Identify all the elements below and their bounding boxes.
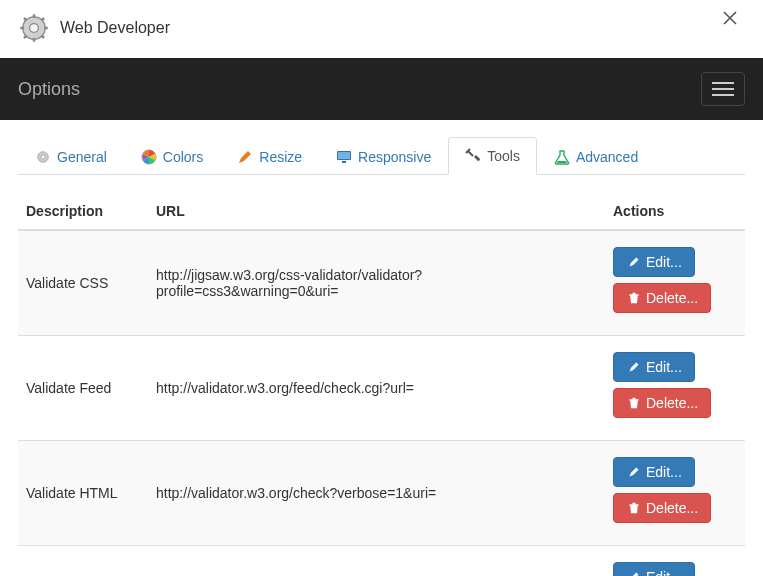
col-header-actions: Actions xyxy=(605,193,745,230)
col-header-url: URL xyxy=(148,193,605,230)
tab-responsive[interactable]: Responsive xyxy=(319,137,448,175)
cell-description: Validate HTML xyxy=(18,441,148,546)
edit-button[interactable]: Edit... xyxy=(613,457,695,487)
tab-label: Resize xyxy=(259,149,302,165)
delete-button[interactable]: Delete... xyxy=(613,283,711,313)
tab-label: Colors xyxy=(163,149,203,165)
gear-gray-icon xyxy=(35,149,51,165)
edit-button-label: Edit... xyxy=(646,254,682,270)
pencil-icon xyxy=(626,359,642,375)
cell-actions: Edit...Delete... xyxy=(605,441,745,546)
svg-rect-15 xyxy=(342,161,346,163)
table-row: Validate HTMLhttp://validator.w3.org/che… xyxy=(18,441,745,546)
options-label: Options xyxy=(18,79,80,100)
app-gear-icon xyxy=(18,12,50,44)
cell-url: http://validator.w3.org/feed/check.cgi?u… xyxy=(148,336,605,441)
content-area: GeneralColorsResizeResponsiveToolsAdvanc… xyxy=(0,136,763,576)
color-wheel-icon xyxy=(141,149,157,165)
svg-point-1 xyxy=(30,24,39,33)
svg-point-11 xyxy=(41,155,45,159)
cell-url: http://wave.webaim.org/report#/ xyxy=(148,546,605,577)
edit-button-label: Edit... xyxy=(646,569,682,576)
delete-button[interactable]: Delete... xyxy=(613,388,711,418)
cell-url: http://validator.w3.org/check?verbose=1&… xyxy=(148,441,605,546)
monitor-icon xyxy=(336,149,352,165)
close-icon[interactable] xyxy=(722,10,738,26)
hamburger-menu-button[interactable] xyxy=(701,72,745,106)
svg-line-9 xyxy=(42,18,45,21)
cell-actions: Edit...Delete... xyxy=(605,546,745,577)
edit-button-label: Edit... xyxy=(646,359,682,375)
flask-icon xyxy=(554,149,570,165)
trash-icon xyxy=(626,290,642,306)
cell-url: http://jigsaw.w3.org/css-validator/valid… xyxy=(148,230,605,336)
tab-label: Tools xyxy=(487,148,520,164)
pencil-icon-orange xyxy=(237,149,253,165)
tools-icon xyxy=(465,148,481,164)
svg-rect-14 xyxy=(338,152,350,159)
svg-line-8 xyxy=(24,36,27,39)
delete-button[interactable]: Delete... xyxy=(613,493,711,523)
col-header-description: Description xyxy=(18,193,148,230)
trash-icon xyxy=(626,395,642,411)
table-row: Validate CSShttp://jigsaw.w3.org/css-val… xyxy=(18,230,745,336)
delete-button-label: Delete... xyxy=(646,290,698,306)
pencil-icon xyxy=(626,569,642,576)
cell-description: Validate Feed xyxy=(18,336,148,441)
trash-icon xyxy=(626,500,642,516)
edit-button[interactable]: Edit... xyxy=(613,562,695,576)
tab-tools[interactable]: Tools xyxy=(448,137,537,175)
pencil-icon xyxy=(626,464,642,480)
tab-bar: GeneralColorsResizeResponsiveToolsAdvanc… xyxy=(18,136,745,175)
app-title: Web Developer xyxy=(60,19,170,37)
options-bar: Options xyxy=(0,58,763,120)
tab-label: General xyxy=(57,149,107,165)
edit-button[interactable]: Edit... xyxy=(613,352,695,382)
window-header: Web Developer xyxy=(0,0,763,58)
tools-table: Description URL Actions Validate CSShttp… xyxy=(18,193,745,576)
pencil-icon xyxy=(626,254,642,270)
delete-button-label: Delete... xyxy=(646,395,698,411)
tab-general[interactable]: General xyxy=(18,137,124,175)
edit-button-label: Edit... xyxy=(646,464,682,480)
tab-label: Advanced xyxy=(576,149,638,165)
tab-advanced[interactable]: Advanced xyxy=(537,137,655,175)
table-row: Validate Feedhttp://validator.w3.org/fee… xyxy=(18,336,745,441)
cell-actions: Edit...Delete... xyxy=(605,230,745,336)
svg-line-6 xyxy=(24,18,27,21)
tab-label: Responsive xyxy=(358,149,431,165)
tab-colors[interactable]: Colors xyxy=(124,137,220,175)
cell-actions: Edit...Delete... xyxy=(605,336,745,441)
cell-description: Validate Accessibility xyxy=(18,546,148,577)
svg-line-7 xyxy=(42,36,45,39)
cell-description: Validate CSS xyxy=(18,230,148,336)
edit-button[interactable]: Edit... xyxy=(613,247,695,277)
delete-button-label: Delete... xyxy=(646,500,698,516)
table-row: Validate Accessibilityhttp://wave.webaim… xyxy=(18,546,745,577)
tab-resize[interactable]: Resize xyxy=(220,137,319,175)
